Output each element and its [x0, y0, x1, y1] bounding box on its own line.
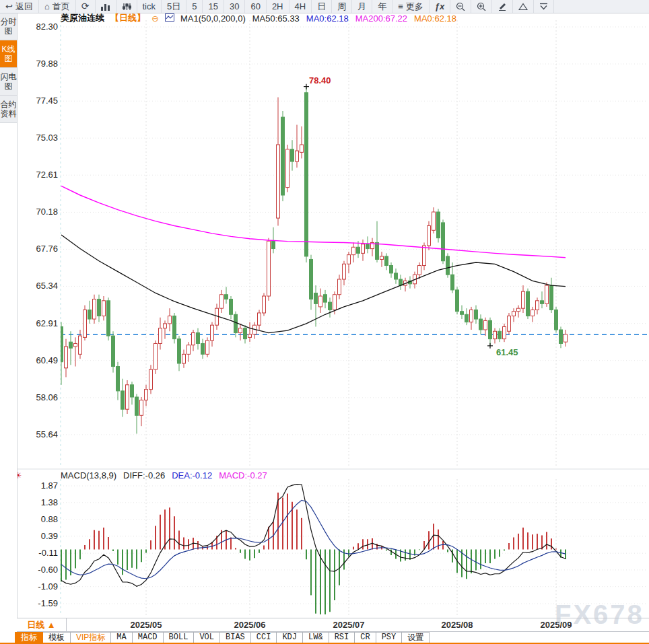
indicator-tab-PSY[interactable]: PSY: [376, 632, 403, 643]
price-axis-label: 58.06: [20, 392, 58, 402]
toolbar-tick[interactable]: tick: [137, 0, 162, 13]
price-axis-label: 82.30: [20, 22, 58, 32]
price-axis-label: 79.88: [20, 59, 58, 69]
toolbar-60[interactable]: 60: [245, 0, 266, 13]
macd-axis-label: -0.11: [20, 548, 58, 558]
refresh-icon: ⟳: [81, 1, 90, 11]
toolbar-15[interactable]: 15: [203, 0, 224, 13]
toolbar-label: 更多: [406, 1, 423, 13]
indicator-tab-模板[interactable]: 模板: [43, 632, 71, 643]
indicator-tab-CCI[interactable]: CCI: [251, 632, 277, 643]
indicator-tab-MACD[interactable]: MACD: [133, 632, 164, 643]
toolbar--[interactable]: 年: [372, 0, 392, 13]
toolbar-refresh[interactable]: ⟳: [76, 0, 96, 13]
macd-axis-label: -1.59: [20, 598, 58, 608]
toolbar-5[interactable]: 5: [186, 0, 203, 13]
macd-legend-item: DEA:-0.12: [172, 470, 212, 480]
toolbar-label: 4H: [295, 1, 306, 11]
x-axis-label: 2025/06: [225, 620, 275, 630]
toolbar-bar-chart[interactable]: [96, 0, 117, 13]
toolbar-collapse[interactable]: [534, 0, 554, 13]
trading-app-window: ↩返回⌂首页⟳tick5日51530602H4H日周月年≡更多ƒx 分时图K线图…: [0, 0, 649, 644]
indicator-tab-VIP指标[interactable]: VIP指标: [71, 632, 111, 643]
collapse-icon: [539, 3, 548, 11]
indicator-tab-MA[interactable]: MA: [111, 632, 132, 643]
price-axis-label: 77.45: [20, 96, 58, 106]
macd-axis-label: 0.88: [20, 514, 58, 524]
macd-axis-label: 1.38: [20, 497, 58, 507]
fx-icon: ƒx: [435, 1, 444, 11]
toolbar-zoom-in[interactable]: [471, 0, 492, 13]
home-icon: ⌂: [44, 1, 50, 11]
macd-axis-label: 0.39: [20, 531, 58, 541]
indicator-tab-指标[interactable]: 指标: [15, 632, 43, 643]
toolbar-label: 日: [317, 1, 326, 13]
indicator-tab-VOL[interactable]: VOL: [194, 632, 220, 643]
price-axis-label: 55.64: [20, 429, 58, 439]
toolbar-label: 15: [208, 1, 217, 11]
price-axis-label: 67.76: [20, 244, 58, 254]
price-chart-header: 美原油连续 【日线】 ⊖ MA1(50,0,200,0)MA50:65.33MA…: [61, 13, 456, 23]
menu-icon: ≡: [398, 1, 403, 11]
toolbar-2h[interactable]: 2H: [267, 0, 289, 13]
indicator-tab-CR[interactable]: CR: [355, 632, 376, 643]
toolbar-menu[interactable]: ≡更多: [392, 0, 430, 13]
price-axis-label: 70.18: [20, 207, 58, 217]
sliders-icon: [123, 3, 131, 11]
toolbar-home[interactable]: ⌂首页: [39, 0, 76, 13]
price-axis-label: 72.61: [20, 170, 58, 180]
indicator-tab-RSI[interactable]: RSI: [329, 632, 355, 643]
ma200-line: [61, 186, 566, 257]
chart-canvas[interactable]: [0, 0, 649, 644]
toolbar-label: 5日: [167, 1, 180, 13]
sidebar-tab-合约资料[interactable]: 合约资料: [0, 96, 17, 123]
toolbar-label: 月: [357, 1, 366, 13]
bar-chart-icon: [101, 3, 111, 11]
sidebar-tab-闪电图[interactable]: 闪电图: [0, 68, 17, 96]
candles: [60, 87, 568, 434]
sidebar-tab-K线图[interactable]: K线图: [0, 40, 17, 68]
macd-legend-item: MACD(13,8,9): [61, 470, 116, 480]
toolbar--[interactable]: 日: [312, 0, 332, 13]
ma-legend-item: MA1(50,0,200,0): [180, 13, 246, 24]
indicator-tab-KDJ[interactable]: KDJ: [277, 632, 303, 643]
timeframe-tag: 【日线】: [110, 12, 145, 24]
x-axis-label: 2025/07: [324, 620, 374, 630]
toolbar-fx[interactable]: ƒx: [430, 0, 450, 13]
macd-axis-label: -1.09: [20, 581, 58, 592]
ma-legend-item: MA200:67.22: [355, 13, 407, 24]
price-axis-label: 75.03: [20, 133, 58, 143]
macd-legend-item: MACD:-0.27: [219, 470, 267, 480]
toolbar-label: 年: [378, 1, 386, 13]
indicator-tab-BOLL[interactable]: BOLL: [164, 632, 195, 643]
toolbar-label: 首页: [53, 1, 70, 13]
toolbar-30[interactable]: 30: [224, 0, 245, 13]
ma-legend: MA1(50,0,200,0)MA50:65.33MA0:62.18MA200:…: [180, 13, 456, 24]
indicator-tab-BIAS[interactable]: BIAS: [220, 632, 251, 643]
toolbar-back-arrow[interactable]: ↩返回: [0, 0, 39, 13]
toolbar-zoom-out[interactable]: [450, 0, 471, 13]
macd-legend-item: DIFF:-0.26: [123, 470, 165, 480]
indicator-tab-LW&[interactable]: LW&: [303, 632, 329, 643]
toolbar-5-[interactable]: 5日: [162, 0, 186, 13]
low-annotation: 61.45: [496, 347, 518, 357]
top-toolbar: ↩返回⌂首页⟳tick5日51530602H4H日周月年≡更多ƒx: [0, 0, 649, 13]
toolbar-sliders[interactable]: [117, 0, 137, 13]
ma-legend-item: MA0:62.18: [414, 13, 456, 24]
period-selector[interactable]: 日线 ▲: [17, 618, 67, 631]
toolbar--[interactable]: 月: [352, 0, 372, 13]
toolbar--[interactable]: 周: [332, 0, 352, 13]
sidebar-tab-分时图[interactable]: 分时图: [0, 13, 17, 40]
diff-line: [61, 485, 566, 587]
triangle-up-icon: [518, 3, 528, 11]
toolbar-triangle-up[interactable]: [513, 0, 534, 13]
toolbar-label: 周: [337, 1, 346, 13]
toolbar-4h[interactable]: 4H: [289, 0, 312, 13]
ma-legend-item: MA0:62.18: [306, 13, 349, 24]
macd-header: MACD(13,8,9)DIFF:-0.26DEA:-0.12MACD:-0.2…: [61, 470, 267, 480]
minus-circle-icon[interactable]: ⊖: [151, 13, 159, 24]
high-annotation: 78.40: [309, 75, 331, 85]
price-axis-label: 65.34: [20, 281, 58, 291]
indicator-tab-设置[interactable]: 设置: [402, 632, 430, 643]
toolbar-pencil[interactable]: [492, 0, 513, 13]
